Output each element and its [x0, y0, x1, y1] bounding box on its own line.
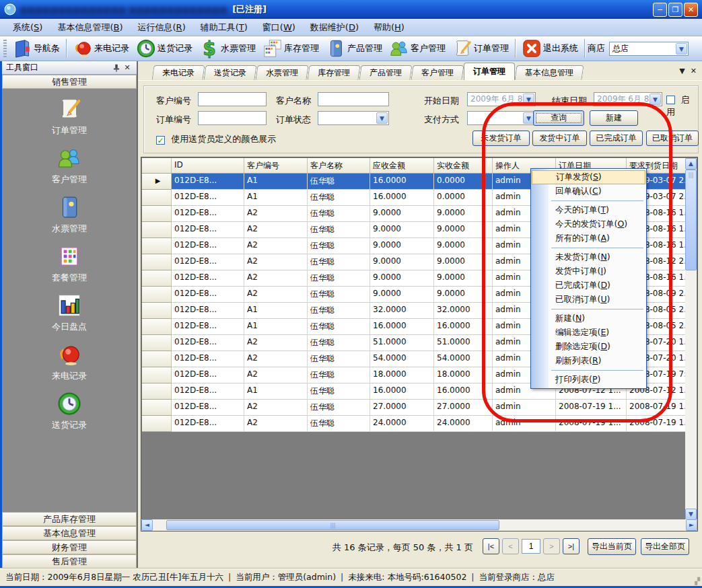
row-selector-cell[interactable] — [142, 351, 172, 367]
context-menu-item-打印列表[interactable]: 打印列表(P) — [531, 373, 646, 387]
tab-基本信息管理[interactable]: 基本信息管理 — [514, 65, 584, 80]
row-selector-cell[interactable] — [142, 319, 172, 335]
menu-item-基本信息管理[interactable]: 基本信息管理(B) — [50, 20, 130, 36]
context-menu-item-订单发货[interactable]: 订单发货(S) — [532, 170, 645, 184]
next-page-button[interactable]: > — [543, 538, 560, 554]
page-number-input[interactable] — [522, 539, 540, 554]
row-selector-cell[interactable] — [142, 238, 172, 254]
sidebar-item-水票管理[interactable]: 水票管理 — [2, 194, 137, 235]
tab-产品管理[interactable]: 产品管理 — [359, 65, 412, 80]
chevron-down-icon[interactable]: ▼ — [676, 43, 687, 54]
chevron-down-icon[interactable]: ▼ — [650, 94, 661, 105]
status-filter-button-发货中订单[interactable]: 发货中订单 — [532, 131, 587, 146]
export-all-pages-button[interactable]: 导出全部页 — [641, 538, 689, 555]
context-menu-item-今天的订单[interactable]: 今天的订单(T) — [531, 203, 646, 217]
toolbar-button-客户管理[interactable]: 客户管理 — [386, 37, 449, 60]
toolbar-button-导航条[interactable]: 导航条 — [9, 37, 63, 60]
customer-no-input[interactable] — [198, 92, 267, 106]
enable-checkbox[interactable]: 启用 — [666, 94, 698, 118]
end-date-picker[interactable]: 2009年 6月 8日 ▼ — [594, 92, 662, 106]
sidebar-item-送货记录[interactable]: 送货记录 — [2, 391, 137, 431]
row-selector-cell[interactable]: ▶ — [142, 174, 172, 190]
row-selector-cell[interactable] — [142, 222, 172, 238]
menu-item-辅助工具[interactable]: 辅助工具(T) — [193, 20, 255, 36]
sidebar-section-财务管理[interactable]: 财务管理 — [2, 540, 137, 554]
sidebar-section-sales[interactable]: 销售管理 — [2, 75, 137, 89]
context-menu-item-新建[interactable]: 新建(N) — [531, 311, 646, 326]
chevron-down-icon[interactable]: ▼ — [376, 112, 388, 124]
table-row[interactable]: 012D-E8...A2伍华聪24.000024.0000admin2008-0… — [142, 416, 685, 432]
restore-button[interactable]: ❐ — [668, 3, 682, 17]
customer-name-input[interactable] — [318, 92, 389, 106]
row-selector-cell[interactable] — [142, 335, 172, 351]
color-display-checkbox-box[interactable]: ✓ — [156, 136, 165, 145]
toolbar-button-水票管理[interactable]: $水票管理 — [196, 37, 259, 60]
context-menu-item-回单确认[interactable]: 回单确认(C) — [531, 184, 646, 198]
row-selector-cell[interactable] — [142, 400, 172, 416]
menu-item-帮助[interactable]: 帮助(H) — [366, 20, 412, 36]
sidebar-item-套餐管理[interactable]: 套餐管理 — [2, 244, 137, 284]
row-selector-cell[interactable] — [142, 270, 172, 287]
row-selector-cell[interactable] — [142, 303, 172, 319]
toolbar-button-产品管理[interactable]: 产品管理 — [322, 37, 386, 60]
tab-订单管理[interactable]: 订单管理 — [464, 63, 515, 80]
row-selector-cell[interactable] — [142, 383, 172, 400]
context-menu-item-未发货订单[interactable]: 未发货订单(N) — [531, 250, 646, 264]
tab-scroll-chevron-down-icon[interactable]: ▼ — [679, 67, 685, 75]
last-page-button[interactable]: >| — [563, 538, 580, 554]
enable-checkbox-box[interactable] — [666, 96, 675, 104]
grid-column-header-应收金额[interactable]: 应收金额 — [370, 158, 434, 174]
vertical-scroll-thumb[interactable] — [685, 170, 697, 270]
toolbar-button-订单管理[interactable]: 订单管理 — [449, 37, 512, 60]
first-page-button[interactable]: |< — [483, 538, 499, 554]
export-current-page-button[interactable]: 导出当前页 — [588, 538, 636, 555]
context-menu-item-已取消订单[interactable]: 已取消订单(U) — [531, 293, 646, 307]
sidebar-section-售后管理[interactable]: 售后管理 — [2, 554, 137, 568]
context-menu-item-发货中订单[interactable]: 发货中订单(I) — [531, 264, 646, 279]
order-status-combobox[interactable]: ▼ — [318, 111, 389, 125]
horizontal-scrollbar[interactable]: ◄ ► — [141, 519, 697, 531]
toolbar-button-来电记录[interactable]: 来电记录 — [69, 37, 133, 60]
close-icon[interactable]: ✕ — [122, 63, 133, 73]
prev-page-button[interactable]: < — [502, 538, 519, 554]
context-menu-item-编辑选定项[interactable]: 编辑选定项(E) — [531, 326, 646, 340]
grid-column-header-实收金额[interactable]: 实收金额 — [434, 158, 493, 174]
color-display-checkbox[interactable]: ✓ 使用送货员定义的颜色展示 — [156, 133, 276, 145]
status-filter-button-已完成订单[interactable]: 已完成订单 — [590, 131, 643, 146]
context-menu-item-所有的订单[interactable]: 所有的订单(A) — [531, 231, 646, 246]
grid-column-header-客户编号[interactable]: 客户编号 — [244, 158, 308, 174]
tab-来电记录[interactable]: 来电记录 — [151, 65, 205, 80]
menu-item-窗口[interactable]: 窗口(W) — [255, 20, 303, 36]
context-menu-item-刷新列表[interactable]: 刷新列表(R) — [531, 354, 646, 368]
sidebar-item-今日盘点[interactable]: 今日盘点 — [2, 293, 137, 333]
minimize-button[interactable]: ─ — [653, 3, 667, 17]
new-button[interactable]: 新建 — [590, 110, 638, 126]
sidebar-item-客户管理[interactable]: 客户管理 — [2, 145, 137, 186]
toolbar-button-送货记录[interactable]: 送货记录 — [133, 37, 196, 60]
row-selector-cell[interactable] — [142, 287, 172, 303]
sidebar-section-基本信息管理[interactable]: 基本信息管理 — [2, 526, 137, 540]
table-row[interactable]: 012D-E8...A2伍华聪27.000027.0000admin2008-0… — [142, 400, 685, 416]
scroll-down-icon[interactable]: ▼ — [685, 509, 697, 520]
shop-combobox[interactable]: 总店 ▼ — [609, 42, 689, 56]
scroll-right-icon[interactable]: ► — [686, 519, 697, 531]
sidebar-item-订单管理[interactable]: 订单管理 — [2, 96, 137, 137]
start-date-picker[interactable]: 2009年 6月 8日 ▼ — [467, 92, 536, 106]
scroll-up-icon[interactable]: ▲ — [685, 158, 697, 170]
status-filter-button-未发货订单[interactable]: 未发货订单 — [472, 131, 530, 146]
tab-水票管理[interactable]: 水票管理 — [255, 65, 308, 80]
pay-method-combobox[interactable]: ▼ — [467, 111, 536, 125]
row-selector-cell[interactable] — [142, 254, 172, 270]
menu-item-数据维护[interactable]: 数据维护(D) — [303, 20, 366, 36]
pin-icon[interactable] — [111, 63, 122, 73]
row-selector-cell[interactable] — [142, 367, 172, 383]
row-selector-cell[interactable] — [142, 206, 172, 222]
query-button[interactable]: 查询 — [533, 110, 584, 126]
close-button[interactable]: ✕ — [684, 3, 698, 17]
status-filter-button-已取消订单[interactable]: 已取消订单 — [646, 131, 699, 146]
context-menu-item-已完成订单[interactable]: 已完成订单(D) — [531, 279, 646, 293]
menu-item-系统[interactable]: 系统(S) — [5, 20, 50, 36]
horizontal-scroll-thumb[interactable] — [166, 520, 499, 530]
tab-送货记录[interactable]: 送货记录 — [203, 65, 256, 80]
scroll-left-icon[interactable]: ◄ — [141, 519, 153, 531]
